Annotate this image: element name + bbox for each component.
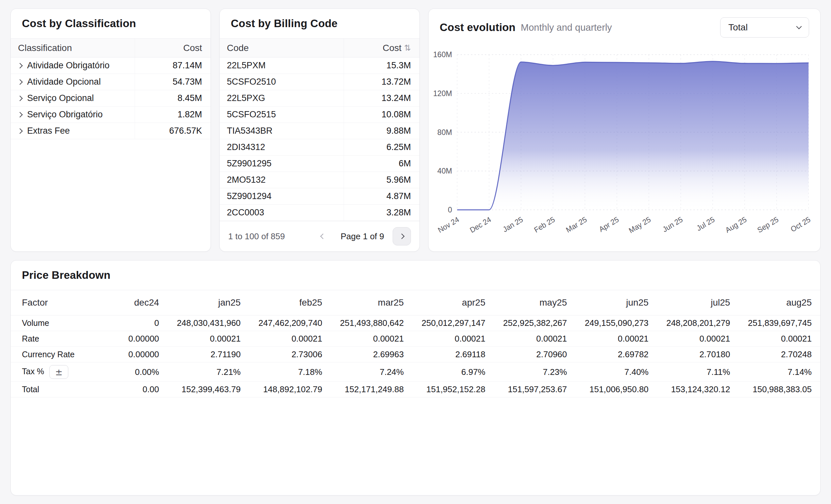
expand-chevron-icon[interactable] [17,79,23,85]
value-cell: 2.69963 [331,347,412,362]
classification-label: Serviço Opcional [27,93,94,103]
billing-row[interactable]: 22L5PXG13.24M [220,90,420,107]
billing-row[interactable]: 5CSFO251510.08M [220,107,420,123]
billing-cost-column-header[interactable]: Cost ⇅ [344,38,420,57]
billing-row[interactable]: TIA5343BR9.88M [220,123,420,139]
value-cell: 148,892,102.79 [249,382,331,397]
billing-code-cell: 5Z9901295 [220,158,344,169]
classification-name-cell: Serviço Opcional [11,93,135,103]
classification-table-body: Atividade Obrigatório87.14MAtividade Opc… [11,58,210,139]
billing-row[interactable]: 5Z99012944.87M [220,188,420,205]
expand-chevron-icon[interactable] [17,63,23,68]
period-column-header: jan25 [168,290,250,316]
value-cell: 250,012,297,147 [412,316,494,331]
classification-row[interactable]: Serviço Opcional8.45M [11,90,210,107]
billing-row[interactable]: 2DI343126.25M [220,139,420,155]
value-cell: 152,171,249.88 [331,382,412,397]
price-breakdown-row: Rate0.000000.000210.000210.000210.000210… [11,331,820,347]
billing-cost-value: 3.28M [344,205,420,220]
next-page-button[interactable] [393,227,411,245]
svg-text:0: 0 [448,206,452,214]
value-cell: 0.00021 [575,331,657,347]
classification-column-header: Classification [11,43,135,53]
expand-chevron-icon[interactable] [17,95,23,101]
value-cell: 7.21% [168,362,250,382]
period-column-header: mar25 [331,290,412,316]
classification-label: Extras Fee [27,126,70,136]
period-column-header: feb25 [249,290,331,316]
billing-row[interactable]: 2CC00033.28M [220,205,420,221]
value-cell: 0.00021 [739,331,820,347]
billing-cost-value: 6M [344,155,420,172]
billing-row[interactable]: 2MO51325.96M [220,172,420,188]
evolution-card-header: Cost evolution Monthly and quarterly Tot… [429,9,820,46]
price-breakdown-body: Volume0248,030,431,960247,462,209,740251… [11,316,820,397]
value-cell: 0.00% [86,362,168,382]
sort-icon[interactable]: ⇅ [404,43,411,53]
billing-cost-value: 10.08M [344,107,420,123]
value-cell: 0.00021 [249,331,331,347]
classification-label: Atividade Obrigatório [27,60,110,70]
value-cell: 0.00021 [168,331,250,347]
pagination: Page 1 of 9 [314,227,411,245]
tax-adjust-button[interactable]: ± [49,365,68,379]
price-breakdown-card: Price Breakdown Factordec24jan25feb25mar… [10,260,821,496]
price-breakdown-row: Volume0248,030,431,960247,462,209,740251… [11,316,820,331]
classification-card-header: Cost by Classification [11,9,210,38]
price-breakdown-table: Factordec24jan25feb25mar25apr25may25jun2… [11,290,820,397]
evolution-card-title: Cost evolution [440,21,516,34]
value-cell: 2.71190 [168,347,250,362]
classification-row[interactable]: Serviço Obrigatório1.82M [11,107,210,123]
value-cell: 2.70960 [494,347,576,362]
previous-page-button[interactable] [314,227,332,245]
value-cell: 7.11% [657,362,739,382]
svg-text:Jul 25: Jul 25 [695,215,716,233]
billing-table-footer: 1 to 100 of 859 Page 1 of 9 [220,221,420,251]
value-cell: 2.69118 [412,347,494,362]
billing-row[interactable]: 5CSFO251013.72M [220,74,420,90]
classification-card-title: Cost by Classification [22,17,136,30]
billing-code-cell: 22L5PXM [220,60,344,70]
billing-row[interactable]: 22L5PXM15.3M [220,58,420,74]
svg-text:Sep 25: Sep 25 [756,215,780,235]
expand-chevron-icon[interactable] [17,128,23,134]
value-cell: 7.14% [739,362,820,382]
cost-evolution-card: Cost evolution Monthly and quarterly Tot… [428,8,821,252]
cost-by-billing-code-card: Cost by Billing Code Code Cost ⇅ 22L5PXM… [219,8,420,252]
billing-cost-value: 13.72M [344,74,420,90]
classification-name-cell: Atividade Opcional [11,77,135,87]
value-cell: 151,952,152.28 [412,382,494,397]
classification-cost-value: 1.82M [135,107,210,123]
billing-code-cell: TIA5343BR [220,126,344,136]
classification-row[interactable]: Atividade Obrigatório87.14M [11,58,210,74]
svg-text:Apr 25: Apr 25 [598,215,620,234]
classification-row[interactable]: Atividade Opcional54.73M [11,74,210,90]
value-cell: 152,399,463.79 [168,382,250,397]
billing-code-cell: 2MO5132 [220,175,344,185]
classification-cost-value: 54.73M [135,74,210,90]
value-cell: 7.24% [331,362,412,382]
billing-cost-value: 4.87M [344,188,420,204]
value-cell: 248,208,201,279 [657,316,739,331]
cost-dashboard: Cost by Classification Classification Co… [0,0,831,504]
svg-text:120M: 120M [433,89,452,98]
classification-label: Serviço Obrigatório [27,110,103,120]
classification-name-cell: Extras Fee [11,126,135,136]
billing-code-cell: 2DI34312 [220,142,344,152]
classification-row[interactable]: Extras Fee676.57K [11,123,210,139]
value-cell: 153,124,320.12 [657,382,739,397]
billing-cost-value: 5.96M [344,172,420,188]
billing-row[interactable]: 5Z99012956M [220,155,420,172]
chart-scope-dropdown[interactable]: Total [720,17,809,37]
chart-scope-dropdown-value: Total [728,22,748,33]
evolution-card-subtitle: Monthly and quarterly [521,22,612,33]
billing-code-cell: 5Z9901294 [220,191,344,201]
value-cell: 252,925,382,267 [494,316,576,331]
value-cell: 0.00021 [494,331,576,347]
expand-chevron-icon[interactable] [17,112,23,117]
code-column-header: Code [220,43,344,53]
period-column-header: dec24 [86,290,168,316]
value-cell: 251,839,697,745 [739,316,820,331]
cost-evolution-area-chart: 040M80M120M160MNov 24Dec 24Jan 25Feb 25M… [432,48,812,245]
value-cell: 249,155,090,273 [575,316,657,331]
